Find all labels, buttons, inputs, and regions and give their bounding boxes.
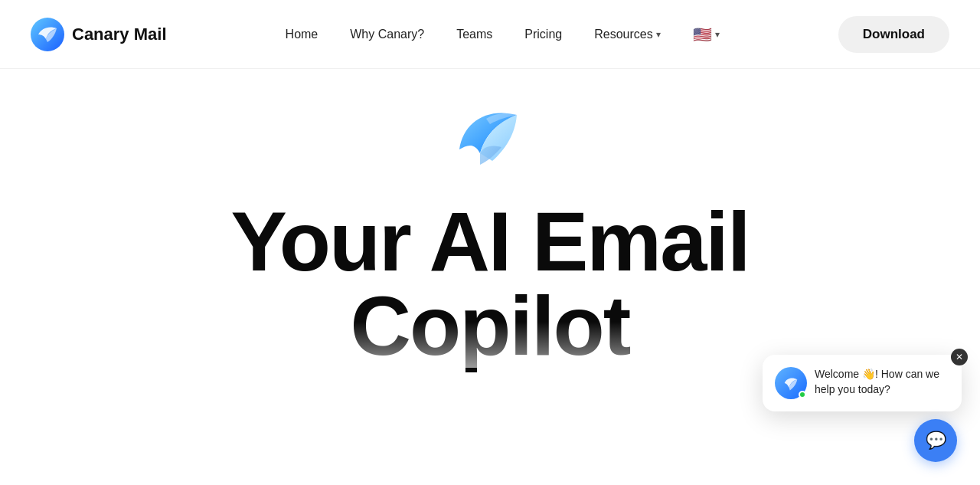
resources-chevron-icon: ▾	[656, 29, 661, 40]
nav-right: Download	[838, 16, 949, 53]
chat-popup: Welcome 👋! How can we help you today? ✕	[763, 355, 962, 411]
chat-close-button[interactable]: ✕	[951, 349, 968, 365]
hero-logo-icon	[440, 92, 540, 192]
chat-bubble-icon: 💬	[926, 431, 946, 451]
nav-resources[interactable]: Resources ▾	[582, 21, 672, 48]
nav-links: Home Why Canary? Teams Pricing Resources…	[273, 19, 732, 50]
brand-name: Canary Mail	[72, 25, 167, 44]
navbar: Canary Mail Home Why Canary? Teams Prici…	[0, 0, 980, 69]
chat-avatar-icon	[781, 373, 801, 393]
nav-language[interactable]: 🇺🇸 ▾	[681, 19, 732, 50]
chat-online-dot	[799, 391, 806, 398]
nav-home[interactable]: Home	[273, 21, 331, 48]
hero-section: Your AI Email Copilot	[0, 69, 980, 368]
logo[interactable]: Canary Mail	[31, 18, 167, 51]
nav-pricing[interactable]: Pricing	[512, 21, 574, 48]
lang-chevron-icon: ▾	[715, 29, 720, 40]
chat-open-button[interactable]: 💬	[914, 419, 957, 462]
chat-avatar	[775, 367, 807, 399]
nav-why-canary[interactable]: Why Canary?	[338, 21, 436, 48]
flag-icon: 🇺🇸	[693, 25, 712, 44]
download-button[interactable]: Download	[838, 16, 949, 53]
chat-popup-text: Welcome 👋! How can we help you today?	[815, 367, 949, 397]
logo-icon	[31, 18, 64, 51]
nav-teams[interactable]: Teams	[444, 21, 505, 48]
